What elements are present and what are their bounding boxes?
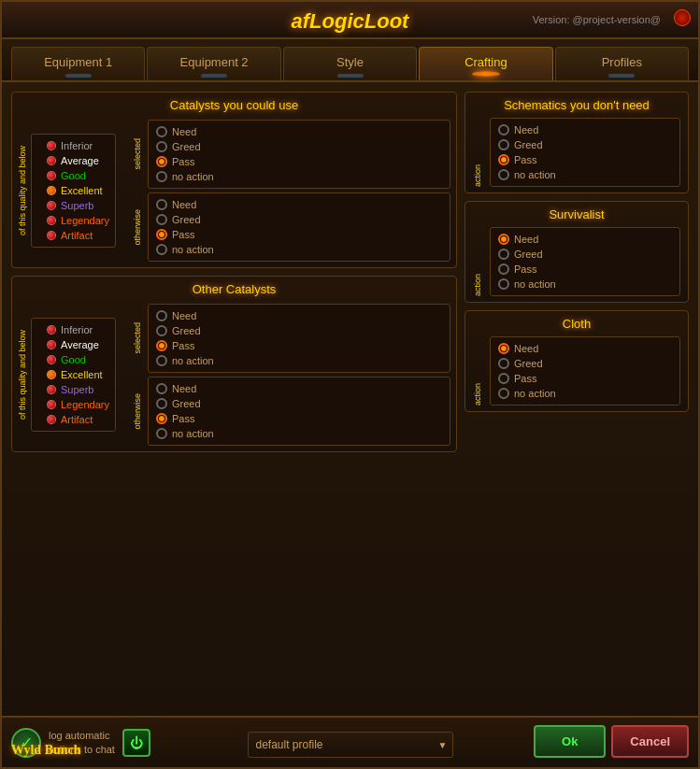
radio-pass[interactable]: Pass: [156, 154, 442, 169]
other-selected-label: selected: [133, 322, 144, 354]
version-text: Version: @project-version@: [533, 14, 661, 25]
surv-pass-circle[interactable]: [498, 263, 509, 275]
radio-greed-circle[interactable]: [156, 141, 167, 152]
schema-greed-circle[interactable]: [498, 139, 509, 150]
power-button[interactable]: ⏻: [122, 729, 150, 757]
other-noaction-ow-circle[interactable]: [156, 428, 167, 439]
radio-pass-circle[interactable]: [156, 156, 167, 167]
schematics-title: Schematics you don't need: [473, 98, 680, 112]
cancel-button[interactable]: Cancel: [611, 725, 689, 758]
other-pass-circle[interactable]: [156, 340, 167, 351]
other-noaction-circle[interactable]: [156, 355, 167, 366]
quality-excellent: Excellent: [47, 183, 109, 198]
quality-vert-label2: of this quality and below: [18, 330, 27, 420]
profile-area: default profile: [248, 732, 453, 758]
other-artifact: Artifact: [47, 412, 109, 427]
radio-greed[interactable]: Greed: [156, 139, 442, 154]
other-pass[interactable]: Pass: [156, 338, 442, 353]
other-greed-circle[interactable]: [156, 325, 167, 336]
surv-greed[interactable]: Greed: [498, 247, 672, 262]
surv-greed-circle[interactable]: [498, 249, 509, 260]
cloth-pass-circle[interactable]: [498, 373, 509, 384]
other-pass-ow[interactable]: Pass: [156, 411, 442, 426]
tab-equipment2[interactable]: Equipment 2: [147, 47, 280, 80]
other-pass-ow-circle[interactable]: [156, 413, 167, 424]
surv-pass[interactable]: Pass: [498, 262, 672, 277]
radio-noaction-circle-ow[interactable]: [156, 244, 167, 255]
schema-pass-circle[interactable]: [498, 154, 509, 165]
cloth-title: Cloth: [473, 317, 680, 331]
schema-noaction[interactable]: no action: [498, 167, 672, 182]
schematics-section: Schematics you don't need action Need Gr…: [464, 92, 689, 193]
guild-name: Wyld Bunch: [11, 743, 81, 758]
schema-need-circle[interactable]: [498, 124, 509, 135]
other-noaction[interactable]: no action: [156, 353, 442, 368]
cloth-noaction[interactable]: no action: [498, 386, 672, 401]
cloth-section: Cloth action Need Greed Pass no action: [464, 310, 689, 412]
other-need-circle[interactable]: [156, 310, 167, 321]
radio-pass-circle-ow[interactable]: [156, 229, 167, 240]
surv-noaction-circle[interactable]: [498, 278, 509, 290]
tabs-bar: Equipment 1 Equipment 2 Style Crafting P…: [2, 39, 698, 82]
quality-vert-label: of this quality and below: [18, 146, 27, 235]
radio-noaction-circle[interactable]: [156, 171, 167, 182]
bottom-bar: ✓ log automatic actions to chat ⏻ defaul…: [2, 716, 698, 767]
schematics-radio: Need Greed Pass no action: [490, 118, 680, 187]
other-need[interactable]: Need: [156, 308, 442, 323]
cloth-pass[interactable]: Pass: [498, 371, 672, 386]
quality-superb: Superb: [47, 198, 109, 213]
close-button[interactable]: [674, 9, 691, 26]
quality-legendary: Legendary: [47, 213, 109, 228]
ok-button[interactable]: Ok: [534, 725, 606, 758]
surv-noaction[interactable]: no action: [498, 277, 672, 292]
surv-need[interactable]: Need: [498, 232, 672, 247]
quality-good: Good: [47, 168, 109, 183]
other-radio-sections: selected Need Greed Pass no action other…: [129, 304, 450, 446]
other-noaction-ow[interactable]: no action: [156, 426, 442, 441]
tab-style[interactable]: Style: [283, 47, 417, 80]
otherwise-vert-label: otherwise: [133, 209, 144, 246]
surv-need-circle[interactable]: [498, 234, 509, 245]
radio-greed-ow[interactable]: Greed: [156, 212, 442, 227]
other-greed[interactable]: Greed: [156, 323, 442, 338]
tab-indicator: [608, 74, 635, 78]
schema-pass[interactable]: Pass: [498, 152, 672, 167]
catalysts-section: Catalysts you could use of this quality …: [11, 92, 457, 268]
other-greed-ow-circle[interactable]: [156, 398, 167, 409]
cloth-need-circle[interactable]: [498, 343, 509, 354]
cloth-noaction-circle[interactable]: [498, 388, 509, 399]
cloth-radio: Need Greed Pass no action: [490, 336, 680, 406]
radio-greed-circle-ow[interactable]: [156, 214, 167, 225]
cloth-need[interactable]: Need: [498, 341, 672, 356]
other-average: Average: [47, 337, 109, 352]
cloth-greed[interactable]: Greed: [498, 356, 672, 371]
survivalist-section: Survivalist action Need Greed Pass no ac…: [464, 201, 689, 303]
other-need-ow[interactable]: Need: [156, 381, 442, 396]
schema-noaction-circle[interactable]: [498, 169, 509, 180]
tab-crafting[interactable]: Crafting: [419, 47, 552, 80]
radio-need-circle-ow[interactable]: [156, 199, 167, 210]
quality-average: Average: [47, 153, 109, 168]
other-superb: Superb: [47, 382, 109, 397]
tab-indicator: [65, 74, 92, 78]
radio-need[interactable]: Need: [156, 124, 442, 139]
bottom-buttons: Ok Cancel: [534, 725, 689, 758]
radio-noaction-ow[interactable]: no action: [156, 242, 442, 257]
radio-pass-ow[interactable]: Pass: [156, 227, 442, 242]
catalysts-selected-radio: Need Greed Pass no action: [148, 120, 450, 189]
schema-need[interactable]: Need: [498, 122, 672, 137]
otherwise-group-wrapper: otherwise Need Greed Pass no action: [133, 192, 450, 262]
other-excellent: Excellent: [47, 367, 109, 382]
radio-noaction[interactable]: no action: [156, 169, 442, 184]
profile-select[interactable]: default profile: [248, 732, 453, 758]
radio-need-circle[interactable]: [156, 126, 167, 137]
tab-equipment1[interactable]: Equipment 1: [11, 47, 145, 80]
cloth-greed-circle[interactable]: [498, 358, 509, 369]
other-need-ow-circle[interactable]: [156, 383, 167, 394]
other-greed-ow[interactable]: Greed: [156, 396, 442, 411]
title-bar: afLogicLoot Version: @project-version@: [2, 2, 698, 39]
schema-greed[interactable]: Greed: [498, 137, 672, 152]
radio-need-ow[interactable]: Need: [156, 197, 442, 212]
tab-profiles[interactable]: Profiles: [555, 47, 689, 80]
quality-list: Inferior Average Good Excellent Superb L…: [31, 134, 116, 248]
